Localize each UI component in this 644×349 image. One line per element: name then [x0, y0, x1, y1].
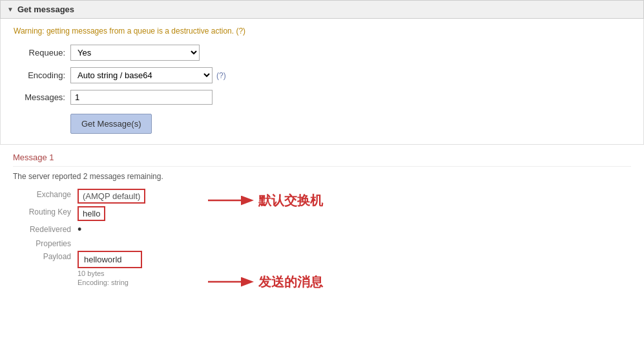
annotations-container: 默认交换机 发送的消息	[194, 189, 323, 291]
redelivered-key: Redelivered	[13, 224, 78, 234]
routing-key-value: hello	[78, 206, 105, 221]
section-content: Warning: getting messages from a queue i…	[0, 19, 644, 145]
properties-row: Properties	[13, 238, 194, 248]
warning-text: Warning: getting messages from a queue i…	[14, 26, 630, 36]
requeue-select[interactable]: Yes No	[70, 45, 200, 61]
bytes-info: 10 bytes	[78, 270, 142, 277]
encoding-info: Encoding: string	[78, 279, 142, 286]
payload-arrow-icon	[207, 273, 258, 291]
payload-annotation-text: 发送的消息	[258, 273, 323, 291]
payload-key: Payload	[13, 251, 78, 261]
collapse-triangle: ▼	[7, 6, 14, 13]
payload-value-container: helloworld 10 bytes Encoding: string	[78, 251, 142, 286]
encoding-help-link[interactable]: (?)	[216, 71, 226, 80]
routing-key-key: Routing Key	[13, 206, 78, 217]
requeue-label: Requeue:	[14, 48, 65, 58]
messages-input[interactable]	[70, 90, 213, 105]
redelivered-row: Redelivered •	[13, 224, 194, 235]
payload-annotation: 发送的消息	[207, 273, 323, 291]
exchange-annotation-text: 默认交换机	[258, 192, 323, 209]
messages-label: Messages:	[14, 92, 65, 102]
exchange-row: Exchange (AMQP default)	[13, 189, 194, 204]
section-title: Get messages	[17, 5, 74, 14]
messages-row: Messages:	[14, 90, 630, 105]
exchange-annotation: 默认交换机	[207, 191, 323, 209]
payload-value: helloworld	[78, 251, 142, 268]
encoding-row: Encoding: Auto string / base64 base64 (?…	[14, 67, 630, 83]
get-messages-button[interactable]: Get Message(s)	[70, 114, 152, 134]
encoding-select[interactable]: Auto string / base64 base64	[70, 67, 213, 83]
exchange-value: (AMQP default)	[78, 189, 145, 204]
requeue-row: Requeue: Yes No	[14, 45, 630, 61]
message-1-header: Message 1	[13, 153, 631, 167]
message-details-table: Exchange (AMQP default) Routing Key hell…	[13, 189, 194, 289]
section-header[interactable]: ▼ Get messages	[0, 0, 644, 19]
exchange-arrow-icon	[207, 191, 258, 209]
payload-row: Payload helloworld 10 bytes Encoding: st…	[13, 251, 194, 286]
server-info: The server reported 2 messages remaining…	[13, 172, 631, 181]
redelivered-value: •	[78, 224, 81, 235]
message-result: Message 1 The server reported 2 messages…	[0, 145, 644, 299]
encoding-label: Encoding:	[14, 70, 65, 80]
page-container: ▼ Get messages Warning: getting messages…	[0, 0, 644, 349]
exchange-key: Exchange	[13, 189, 78, 199]
routing-key-row: Routing Key hello	[13, 206, 194, 221]
properties-key: Properties	[13, 238, 78, 248]
